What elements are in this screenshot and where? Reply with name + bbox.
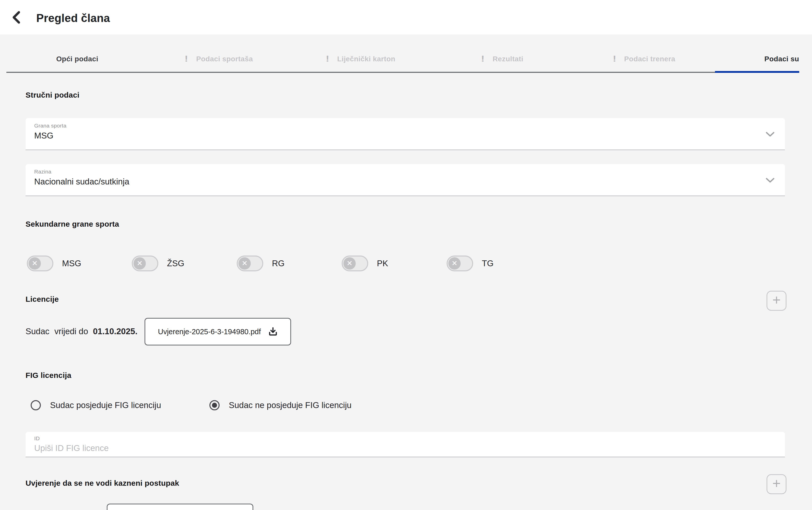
tab-label: Opći podaci <box>56 55 98 63</box>
warning-icon: ! <box>185 54 188 63</box>
certificate-file-button[interactable] <box>107 504 253 510</box>
chevron-down-icon <box>765 131 775 138</box>
field-label: ID <box>34 435 40 442</box>
section-title-fig-licencija: FIG licencija <box>26 371 71 380</box>
toggle-switch-rg[interactable]: ✕ <box>237 256 263 271</box>
active-tab-indicator <box>715 71 799 73</box>
fig-id-input[interactable] <box>34 442 749 454</box>
field-label: Grana sporta <box>34 123 66 129</box>
add-license-button[interactable]: + <box>766 291 786 311</box>
section-title-uvjerenje: Uvjerenje da se ne vodi kazneni postupak <box>26 479 179 487</box>
warning-icon: ! <box>326 54 329 63</box>
toggle-label: ŽSG <box>167 259 184 268</box>
toggle-item-rg: ✕ RG <box>237 256 342 271</box>
radio-label: Sudac ne posjeduje FIG licenciju <box>229 400 352 410</box>
back-button[interactable] <box>9 10 25 25</box>
toggle-label: PK <box>377 259 388 268</box>
tab-label: Podaci suca <box>764 55 799 63</box>
toggle-item-tg: ✕ TG <box>447 256 551 271</box>
chevron-left-icon <box>9 10 25 25</box>
toggle-switch-pk[interactable]: ✕ <box>342 256 368 271</box>
toggle-switch-tg[interactable]: ✕ <box>447 256 473 271</box>
toggle-x-icon: ✕ <box>451 260 457 267</box>
tab-rezultati[interactable]: ! Rezultati <box>431 38 573 73</box>
radio-icon <box>209 400 219 410</box>
toggle-x-icon: ✕ <box>347 260 352 267</box>
tab-label: Podaci sportaša <box>196 55 253 63</box>
tab-podaci-trenera[interactable]: ! Podaci trenera <box>573 38 715 73</box>
license-valid-label: vrijedi do <box>54 327 88 336</box>
tab-label: Podaci trenera <box>624 55 675 63</box>
tab-label: Rezultati <box>492 55 523 63</box>
tab-podaci-sportasa[interactable]: ! Podaci sportaša <box>148 38 290 73</box>
toggle-x-icon: ✕ <box>32 260 37 267</box>
license-role: Sudac <box>26 327 50 336</box>
toggle-item-msg: ✕ MSG <box>27 256 132 271</box>
chevron-down-icon <box>765 177 775 183</box>
section-title-strucni-podaci: Stručni podaci <box>26 91 80 100</box>
toggle-label: TG <box>482 259 493 268</box>
section-title-licencije: Licencije <box>26 295 59 304</box>
toggle-label: MSG <box>62 259 81 268</box>
radio-icon <box>31 400 41 410</box>
tab-lijecnicki-karton[interactable]: ! Liječnički karton <box>290 38 431 73</box>
plus-icon: + <box>773 476 781 490</box>
toggle-item-zsg: ✕ ŽSG <box>132 256 237 271</box>
plus-icon: + <box>773 293 781 307</box>
download-icon <box>268 327 278 337</box>
section-title-sekundarne-grane: Sekundarne grane sporta <box>26 220 119 228</box>
grana-sporta-select[interactable]: Grana sporta MSG <box>26 118 785 150</box>
field-value: Nacionalni sudac/sutkinja <box>34 177 129 187</box>
license-file-download-button[interactable]: Uvjerenje-2025-6-3-194980.pdf <box>145 318 291 345</box>
tab-podaci-suca[interactable]: ! Podaci suca <box>715 38 799 73</box>
secondary-sports-toggles: ✕ MSG ✕ ŽSG ✕ RG ✕ PK ✕ TG <box>27 256 551 271</box>
radio-sudac-ne-posjeduje-fig[interactable]: Sudac ne posjeduje FIG licenciju <box>209 400 352 410</box>
razina-select[interactable]: Razina Nacionalni sudac/sutkinja <box>26 164 785 196</box>
add-certificate-button[interactable]: + <box>766 474 786 494</box>
warning-icon: ! <box>612 54 616 63</box>
app-header: Pregled člana <box>0 0 812 34</box>
radio-sudac-posjeduje-fig[interactable]: Sudac posjeduje FIG licenciju <box>31 400 161 410</box>
license-valid-date: 01.10.2025. <box>93 327 138 336</box>
radio-label: Sudac posjeduje FIG licenciju <box>50 400 161 410</box>
toggle-label: RG <box>272 259 285 268</box>
fig-id-field: ID <box>26 432 785 457</box>
license-file-name: Uvjerenje-2025-6-3-194980.pdf <box>158 328 261 336</box>
toggle-x-icon: ✕ <box>242 260 247 267</box>
field-value: MSG <box>34 131 53 141</box>
toggle-x-icon: ✕ <box>137 260 143 267</box>
warning-icon: ! <box>481 54 485 63</box>
tab-bar: ! Opći podaci ! Podaci sportaša ! Liječn… <box>6 38 799 73</box>
tab-opci-podaci[interactable]: ! Opći podaci <box>6 38 148 73</box>
field-label: Razina <box>34 169 51 175</box>
toggle-switch-msg[interactable]: ✕ <box>27 256 53 271</box>
toggle-switch-zsg[interactable]: ✕ <box>132 256 158 271</box>
page-title: Pregled člana <box>36 12 110 25</box>
toggle-item-pk: ✕ PK <box>342 256 447 271</box>
tab-label: Liječnički karton <box>337 55 395 63</box>
